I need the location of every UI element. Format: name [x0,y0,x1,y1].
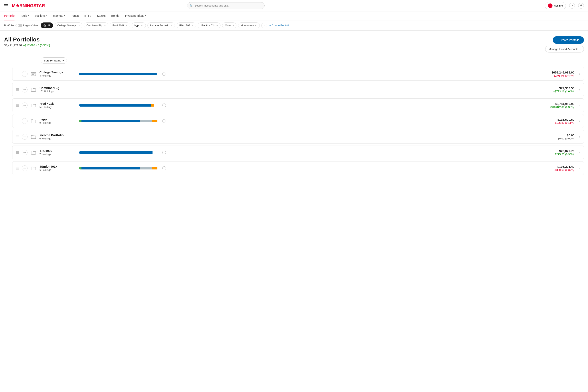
tab-fred-401k[interactable]: Fred 401k ⊙ [110,22,130,28]
card-menu-icon[interactable]: ⋯ [22,87,28,92]
card-arrow-icon[interactable]: › [579,88,580,92]
card-arrow-icon[interactable]: › [579,135,580,139]
search-icon: 🔍 [190,4,193,7]
help-icon[interactable]: ? [569,3,575,8]
more-tabs-button[interactable]: › [261,23,267,28]
card-name: Fred 401k [40,102,72,105]
portfolio-card[interactable]: ⋯ hypo 9 Holdings i $116,620.60 -$125.80… [12,114,584,128]
nav-item-markets[interactable]: Markets ▾ [53,12,65,20]
nav-item-tools[interactable]: Tools ▾ [20,12,29,20]
drag-handle[interactable] [16,73,19,75]
card-arrow-icon[interactable]: › [579,72,580,76]
card-name: hypo [40,118,72,121]
user-icon[interactable] [578,3,584,8]
create-portfolio-link[interactable]: + Create Portfolio [270,24,290,27]
legacy-view-toggle[interactable]: Legacy View [16,24,38,27]
card-change: $0.00 (0.00%) [542,137,574,140]
card-total: $0.00 [542,134,574,137]
portfolio-card[interactable]: ⋯ IRA 1999 7 Holdings i $28,827.70 +$275… [12,146,584,159]
card-bar [79,120,161,122]
card-values: $116,620.60 -$125.80 (0.11%) [542,118,574,124]
header-right: Ask Mo ? [545,2,584,10]
svg-point-0 [580,4,582,6]
card-icon [30,87,36,92]
nav-item-sections[interactable]: Sections ▾ [34,12,47,20]
nav-item-portfolio[interactable]: Portfolio [4,12,14,20]
tab-hypo[interactable]: hypo ⊙ [132,22,146,28]
logo[interactable]: M★RNINGSTAR [12,3,45,8]
search-bar: 🔍 [187,2,264,9]
legacy-toggle-switch[interactable] [16,24,22,27]
hamburger-menu[interactable] [4,4,8,7]
card-name: JSmith 401k [40,165,72,168]
card-menu-icon[interactable]: ⋯ [22,118,28,124]
bar-segment [79,104,151,106]
nav-item-stocks[interactable]: Stocks [97,12,106,20]
card-total: $2,784,959.93 [542,102,574,106]
card-menu-icon[interactable]: ⋯ [22,150,28,155]
info-icon[interactable]: i [162,119,166,123]
card-values: $77,309.53 +$793.11 (1.04%) [542,86,574,93]
portfolio-card[interactable]: ⋯ JSmith 401k 6 Holdings i $105,321.40 -… [12,161,584,175]
portfolio-card[interactable]: ⋯ Fred 401k 52 Holdings i $2,784,959.93 … [12,98,584,112]
ask-mo-label: Ask Mo [554,4,563,7]
card-icon [30,134,36,140]
sort-dropdown[interactable]: Sort By: Name ▾ [41,57,67,64]
tab-income-portfolio[interactable]: Income Portfolio ⊙ [148,22,175,28]
drag-handle[interactable] [16,120,19,122]
card-menu-icon[interactable]: ⋯ [22,166,28,171]
nav-item-etfs[interactable]: ETFs [84,12,91,20]
nav-item-bonds[interactable]: Bonds [111,12,120,20]
portfolio-card[interactable]: ⋯ Income Portfolio 0 Holdings $0.00 $0.0… [12,130,584,144]
card-name: CombinedBig [40,86,72,90]
legacy-label: Legacy View [23,24,38,27]
card-change: +$275.25 (0.96%) [542,153,574,156]
card-arrow-icon[interactable]: › [579,119,580,123]
drag-handle[interactable] [16,151,19,154]
card-menu-icon[interactable]: ⋯ [22,134,28,140]
tab-main[interactable]: Main ⊙ [222,22,236,28]
card-total: $116,620.60 [542,118,574,121]
tab-all[interactable]: All [41,22,53,28]
chevron-down-icon: ▾ [62,59,64,62]
manage-linked-accounts-button[interactable]: Manage Linked Accounts › [545,46,584,52]
info-icon[interactable]: i [162,166,166,170]
tab-college-savings[interactable]: College Savings ⊙ [55,22,82,28]
drag-handle[interactable] [16,104,19,106]
card-icon [30,166,36,171]
sort-bar: Sort By: Name ▾ [4,57,584,64]
tab-ira-1999[interactable]: IRA 1999 ⊙ [176,22,196,28]
search-input[interactable] [187,2,264,9]
drag-handle[interactable] [16,167,19,170]
info-icon[interactable]: i [162,151,166,154]
nav-item-investing-ideas[interactable]: Investing Ideas ▾ [125,12,146,20]
tab-combined-big[interactable]: CombinedBig ⊙ [84,22,108,28]
card-holdings: 52 Holdings [40,106,72,108]
nav-item-funds[interactable]: Funds [71,12,79,20]
card-arrow-icon[interactable]: › [579,151,580,154]
card-total: $659,246,038.00 [542,71,574,74]
card-menu-icon[interactable]: ⋯ [22,102,28,108]
ask-mo-button[interactable]: Ask Mo [545,2,566,10]
card-arrow-icon[interactable]: › [579,166,580,170]
card-holdings: 9 Holdings [40,122,72,124]
card-values: $659,246,038.00 -$2.91 Mil (0.44%) [542,71,574,77]
page-title: All Portfolios [4,36,50,43]
drag-handle[interactable] [16,88,19,91]
info-icon[interactable]: i [162,104,166,107]
tab-jsmith-401k[interactable]: JSmith 401k ⊙ [198,22,221,28]
card-menu-icon[interactable]: ⋯ [22,71,28,77]
create-portfolio-button[interactable]: + Create Portfolio [553,36,584,44]
drag-handle[interactable] [16,136,19,138]
portfolio-card[interactable]: ⋯ CombinedBig 151 Holdings $77,309.53 +$… [12,83,584,96]
info-icon[interactable]: i [162,72,166,76]
card-arrow-icon[interactable]: › [579,104,580,107]
bar-segment [140,167,152,170]
tab-momentum[interactable]: Momentum ⊙ [238,22,260,28]
portfolio-card[interactable]: ⋯ College Savings 3 Holdings i $659,246,… [12,67,584,81]
card-info: Income Portfolio 0 Holdings [40,133,72,140]
tabs-bar: Portfolio Legacy View All College Saving… [0,20,588,30]
bar-segment [79,167,82,170]
gain-value: +$17,098.45 (0.50%) [23,44,50,47]
bar-segment [79,73,156,75]
